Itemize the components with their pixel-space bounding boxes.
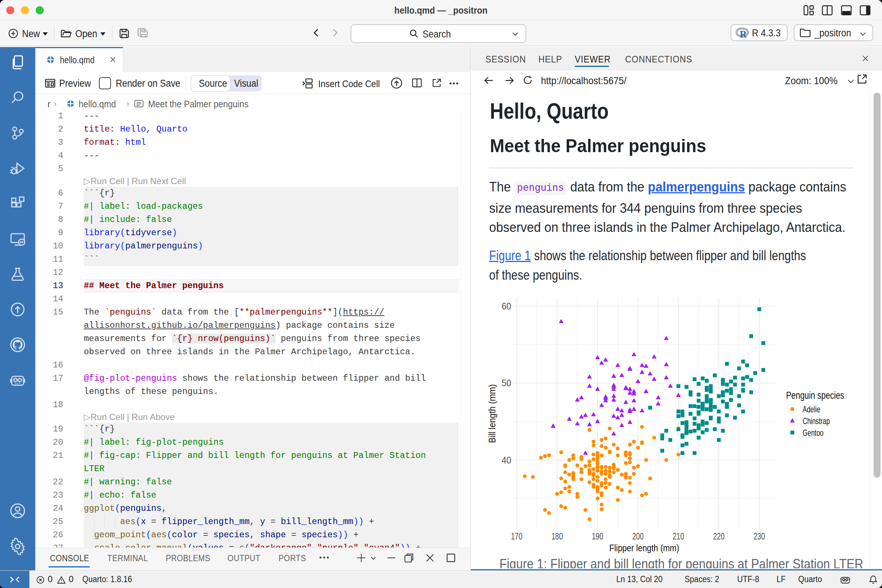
svg-text:Bill length (mm): Bill length (mm) — [487, 384, 498, 443]
svg-text:Adelie: Adelie — [802, 404, 820, 414]
svg-text:50: 50 — [502, 378, 511, 388]
svg-text:220: 220 — [713, 531, 725, 542]
svg-text:230: 230 — [754, 531, 765, 542]
svg-text:210: 210 — [673, 531, 684, 542]
svg-text:180: 180 — [552, 531, 563, 542]
svg-text:40: 40 — [502, 455, 511, 465]
svg-text:170: 170 — [511, 531, 523, 542]
svg-text:Gentoo: Gentoo — [802, 428, 824, 438]
svg-text:200: 200 — [633, 531, 644, 542]
svg-text:Chinstrap: Chinstrap — [802, 416, 830, 426]
svg-text:Flipper length (mm): Flipper length (mm) — [609, 542, 679, 554]
svg-text:190: 190 — [592, 531, 603, 542]
svg-text:60: 60 — [502, 301, 511, 311]
svg-text:Penguin species: Penguin species — [786, 390, 844, 401]
svg-text:R: R — [740, 29, 747, 39]
